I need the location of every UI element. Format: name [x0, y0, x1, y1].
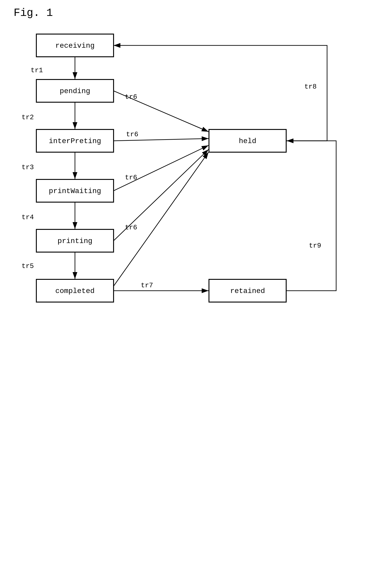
svg-text:tr9: tr9	[309, 242, 321, 250]
svg-text:pending: pending	[60, 87, 90, 95]
svg-text:interPreting: interPreting	[49, 137, 101, 145]
svg-text:tr6: tr6	[126, 131, 138, 138]
svg-text:tr1: tr1	[31, 67, 43, 74]
svg-text:printWaiting: printWaiting	[49, 187, 101, 195]
svg-text:receiving: receiving	[55, 42, 95, 50]
svg-text:retained: retained	[230, 287, 265, 295]
svg-text:tr8: tr8	[304, 83, 317, 91]
page-title: Fig. 1	[14, 7, 53, 19]
svg-text:tr4: tr4	[21, 213, 34, 221]
svg-line-34	[114, 138, 209, 141]
svg-text:tr6: tr6	[125, 93, 137, 101]
svg-text:tr5: tr5	[21, 262, 34, 270]
svg-text:tr3: tr3	[21, 164, 34, 171]
svg-text:completed: completed	[55, 287, 95, 295]
svg-text:tr2: tr2	[21, 114, 34, 121]
svg-text:held: held	[239, 137, 256, 145]
svg-text:tr6: tr6	[125, 174, 137, 181]
svg-text:tr6: tr6	[125, 224, 137, 231]
diagram-container: receiving pending interPreting printWait…	[14, 21, 354, 584]
svg-text:printing: printing	[57, 237, 93, 245]
svg-text:tr7: tr7	[141, 282, 153, 289]
arrows-svg: receiving pending interPreting printWait…	[14, 21, 354, 584]
svg-line-40	[114, 152, 209, 286]
svg-line-36	[114, 145, 209, 191]
